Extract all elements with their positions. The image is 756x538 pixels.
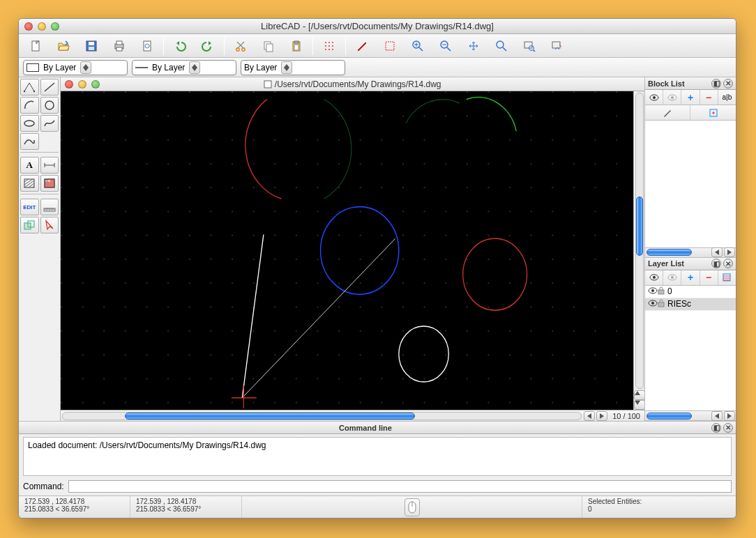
block-list-panel: Block List ◧ ✕ + − a|b bbox=[645, 77, 736, 258]
scroll-up-button[interactable] bbox=[634, 390, 645, 400]
block-hide-all-button[interactable] bbox=[663, 90, 681, 105]
command-log: Loaded document: /Users/rvt/Documents/My… bbox=[23, 437, 732, 476]
copy-button[interactable] bbox=[255, 36, 282, 56]
zoom-window-button[interactable] bbox=[515, 36, 543, 56]
block-show-all-button[interactable] bbox=[645, 90, 663, 105]
layer-add-button[interactable]: + bbox=[681, 270, 700, 285]
zoom-redraw-button[interactable] bbox=[376, 36, 404, 56]
scroll-left-button[interactable] bbox=[711, 247, 723, 257]
draft-mode-button[interactable] bbox=[348, 36, 376, 56]
lock-icon[interactable] bbox=[658, 286, 667, 297]
layer-show-all-button[interactable] bbox=[645, 270, 663, 285]
block-edit-button[interactable] bbox=[645, 105, 690, 120]
svg-point-20 bbox=[328, 45, 330, 47]
svg-point-34 bbox=[33, 91, 35, 92]
block-remove-button[interactable]: − bbox=[700, 90, 718, 105]
edit-tool[interactable]: EDIT bbox=[20, 199, 39, 215]
layer-row[interactable]: RIESc bbox=[645, 298, 736, 311]
eye-icon[interactable] bbox=[648, 299, 658, 309]
block-add-button[interactable]: + bbox=[681, 90, 700, 105]
svg-point-71 bbox=[651, 302, 654, 305]
eye-icon[interactable] bbox=[648, 286, 658, 296]
svg-rect-6 bbox=[116, 47, 122, 51]
svg-rect-72 bbox=[658, 302, 664, 307]
measure-tool[interactable] bbox=[40, 199, 59, 215]
print-button[interactable] bbox=[105, 36, 133, 56]
panel-close-button[interactable]: ✕ bbox=[723, 79, 733, 89]
open-file-button[interactable] bbox=[50, 36, 77, 56]
text-tool[interactable]: A bbox=[20, 157, 39, 174]
width-by-layer-combo[interactable]: By Layer bbox=[132, 60, 236, 75]
command-input-row: Command: bbox=[19, 479, 736, 495]
command-input[interactable] bbox=[68, 480, 732, 493]
dimension-tool[interactable] bbox=[40, 157, 59, 174]
scroll-down-button[interactable] bbox=[634, 400, 645, 410]
print-preview-button[interactable] bbox=[133, 36, 161, 56]
scroll-left-button[interactable] bbox=[711, 411, 723, 421]
undo-button[interactable] bbox=[166, 36, 194, 56]
canvas-horizontal-scrollbar[interactable]: 10 / 100 bbox=[61, 410, 644, 421]
panel-undock-button[interactable]: ◧ bbox=[711, 423, 721, 433]
circle-tool[interactable] bbox=[40, 97, 59, 114]
redo-button[interactable] bbox=[194, 36, 222, 56]
scroll-right-button[interactable] bbox=[724, 411, 735, 421]
svg-rect-2 bbox=[89, 42, 94, 45]
save-file-button[interactable] bbox=[77, 36, 105, 56]
block-tool[interactable] bbox=[20, 217, 39, 233]
ellipse-tool[interactable] bbox=[20, 115, 39, 132]
panel-undock-button[interactable]: ◧ bbox=[711, 79, 721, 89]
color-by-layer-combo[interactable]: By Layer bbox=[23, 60, 128, 75]
block-list-body[interactable] bbox=[645, 121, 736, 247]
spline-tool[interactable] bbox=[40, 115, 59, 132]
scrollbar-thumb[interactable] bbox=[647, 249, 692, 256]
new-file-button[interactable] bbox=[22, 36, 50, 56]
snap-point-tool[interactable] bbox=[20, 79, 39, 95]
scroll-right-button[interactable] bbox=[724, 247, 735, 257]
zoom-pan-button[interactable] bbox=[543, 36, 571, 56]
arc-tool[interactable] bbox=[20, 97, 39, 114]
zoom-out-button[interactable] bbox=[432, 36, 460, 56]
block-insert-button[interactable] bbox=[690, 105, 736, 120]
layer-remove-button[interactable]: − bbox=[700, 270, 718, 285]
panel-close-button[interactable]: ✕ bbox=[723, 423, 733, 433]
svg-rect-15 bbox=[294, 45, 298, 50]
layer-edit-button[interactable] bbox=[718, 270, 736, 285]
panel-undock-button[interactable]: ◧ bbox=[711, 259, 721, 268]
layer-list-scrollbar[interactable] bbox=[645, 410, 736, 420]
image-tool[interactable] bbox=[40, 175, 59, 192]
scroll-right-button[interactable] bbox=[596, 411, 607, 421]
layer-row[interactable]: 0 bbox=[645, 286, 736, 298]
svg-point-36 bbox=[45, 101, 54, 109]
scrollbar-thumb[interactable] bbox=[647, 413, 692, 420]
layer-list-body[interactable]: 0RIESc bbox=[645, 286, 736, 410]
svg-point-58 bbox=[653, 96, 656, 99]
polyline-tool[interactable] bbox=[20, 133, 39, 150]
scroll-left-button[interactable] bbox=[584, 411, 595, 421]
lock-icon[interactable] bbox=[658, 299, 667, 309]
cut-button[interactable] bbox=[227, 36, 255, 56]
paste-button[interactable] bbox=[282, 36, 310, 56]
svg-point-68 bbox=[651, 289, 654, 292]
linetype-by-layer-combo[interactable]: By Layer bbox=[241, 60, 345, 75]
panel-close-button[interactable]: ✕ bbox=[723, 259, 733, 268]
grid-toggle-button[interactable] bbox=[315, 36, 343, 56]
titlebar: LibreCAD - [/Users/rvt/Documents/My Draw… bbox=[19, 19, 736, 34]
hatch-tool[interactable] bbox=[20, 175, 39, 192]
select-tool[interactable] bbox=[40, 217, 59, 233]
width-combo-label: By Layer bbox=[152, 63, 185, 72]
zoom-auto-button[interactable] bbox=[460, 36, 487, 56]
canvas-vertical-scrollbar[interactable] bbox=[633, 91, 644, 410]
svg-rect-46 bbox=[264, 81, 271, 88]
zoom-previous-button[interactable] bbox=[487, 36, 515, 56]
drawing-canvas[interactable] bbox=[61, 91, 644, 410]
block-rename-button[interactable]: a|b bbox=[718, 90, 736, 105]
toolbar-separator bbox=[345, 37, 346, 55]
line-tool[interactable] bbox=[40, 79, 59, 95]
zoom-in-button[interactable] bbox=[404, 36, 432, 56]
mouse-icon[interactable] bbox=[405, 498, 420, 516]
layer-list-header: Layer List ◧ ✕ bbox=[645, 258, 736, 270]
scrollbar-thumb[interactable] bbox=[636, 197, 643, 256]
block-list-scrollbar[interactable] bbox=[645, 247, 736, 257]
scrollbar-thumb[interactable] bbox=[125, 413, 415, 420]
layer-hide-all-button[interactable] bbox=[663, 270, 681, 285]
